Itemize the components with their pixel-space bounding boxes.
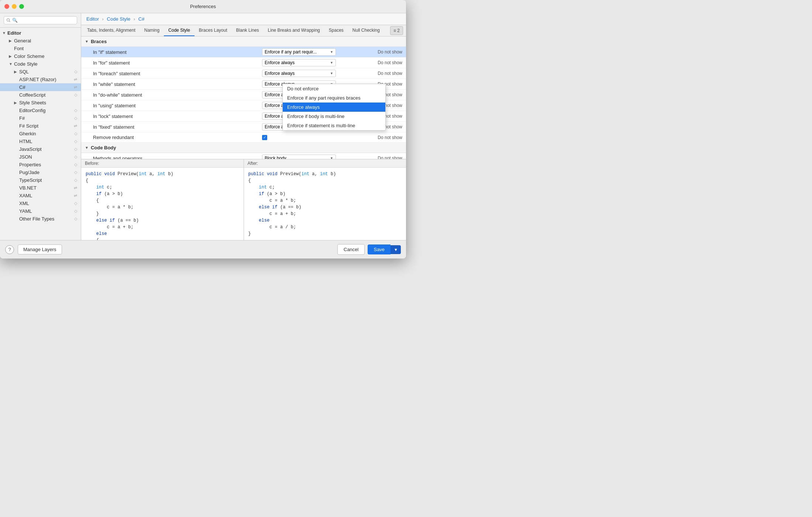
foreach-statement-dropdown[interactable]: Enforce always ▼ — [262, 70, 336, 77]
manage-layers-button[interactable]: Manage Layers — [18, 244, 62, 254]
sidebar-item-fsharp[interactable]: F# ◇ — [0, 114, 81, 122]
for-statement-dropdown[interactable]: Enforce always ▼ — [262, 59, 336, 66]
methods-dropdown[interactable]: Block body ▼ — [262, 155, 336, 159]
tab-tabs-indents[interactable]: Tabs, Indents, Alignment — [83, 25, 140, 36]
sidebar-item-html[interactable]: HTML ◇ — [0, 138, 81, 145]
sidebar-item-style-sheets[interactable]: ▶ Style Sheets — [0, 99, 81, 107]
row-methods-operators: Methods and operators Block body ▼ Do no… — [81, 153, 406, 159]
sidebar-item-editorconfig[interactable]: EditorConfig ◇ — [0, 107, 81, 114]
if-dropdown-arrow: ▼ — [330, 50, 333, 54]
row-if-statement: In "if" statement Enforce if any part re… — [81, 47, 406, 58]
foreach-statement-label: In "foreach" statement — [93, 71, 262, 76]
code-body-arrow: ▼ — [85, 146, 89, 150]
cancel-button[interactable]: Cancel — [337, 244, 365, 255]
sidebar-item-csharp[interactable]: C# ⇌ — [0, 83, 81, 91]
row-for-statement: In "for" statement Enforce always ▼ Do n… — [81, 58, 406, 68]
section-braces-label: Braces — [91, 39, 107, 44]
sidebar-item-label: CoffeeScript — [19, 92, 45, 98]
foreach-arrow: ▼ — [330, 72, 333, 75]
if-statement-dropdown[interactable]: Enforce if any part requir... ▼ — [262, 48, 336, 56]
sidebar-item-fsharp-script[interactable]: F# Script ⇌ — [0, 122, 81, 130]
tab-line-breaks[interactable]: Line Breaks and Wrapping — [264, 25, 324, 36]
sidebar-item-label: JSON — [19, 154, 32, 160]
sidebar-item-typescript[interactable]: TypeScript ◇ — [0, 176, 81, 184]
tab-braces-layout[interactable]: Braces Layout — [195, 25, 232, 36]
search-input[interactable] — [4, 16, 77, 24]
sidebar-item-other[interactable]: Other File Types ◇ — [0, 215, 81, 223]
titlebar: Preferences — [0, 0, 406, 13]
gherkin-icon: ◇ — [74, 131, 77, 136]
tabs-more-button[interactable]: ≡ 2 — [390, 26, 403, 35]
before-code: public void Preview(int a, int b) { int … — [81, 168, 244, 240]
sidebar-item-label: Color Scheme — [14, 53, 44, 59]
sidebar: ▼ Editor ▶ General Font ▶ Color Scheme ▼… — [0, 13, 81, 240]
sidebar-item-font[interactable]: Font — [0, 45, 81, 52]
before-panel: Before: public void Preview(int a, int b… — [81, 159, 244, 240]
sidebar-item-label: Editor — [7, 30, 21, 36]
dropdown-option-enforce-body-multiline[interactable]: Enforce if body is multi-line — [283, 112, 385, 121]
content-area: Editor › Code Style › C# Tabs, Indents, … — [81, 13, 406, 240]
save-button[interactable]: Save — [368, 244, 390, 254]
breadcrumb-editor[interactable]: Editor — [86, 16, 99, 22]
for-statement-label: In "for" statement — [93, 60, 262, 66]
sql-arrow: ▶ — [14, 70, 19, 74]
sidebar-item-label: XAML — [19, 193, 32, 198]
section-braces-header[interactable]: ▼ Braces — [81, 37, 406, 47]
sidebar-item-pug-jade[interactable]: Pug/Jade ◇ — [0, 169, 81, 176]
sidebar-item-label: JavaScript — [19, 146, 42, 152]
sidebar-item-coffeescript[interactable]: CoffeeScript ◇ — [0, 91, 81, 99]
html-icon: ◇ — [74, 139, 77, 144]
foreach-statement-control: Enforce always ▼ — [262, 70, 343, 77]
sidebar-item-code-style[interactable]: ▼ Code Style — [0, 60, 81, 68]
section-code-body-header[interactable]: ▼ Code Body — [81, 143, 406, 153]
sidebar-item-yaml[interactable]: YAML ◇ — [0, 207, 81, 215]
sidebar-item-json[interactable]: JSON ◇ — [0, 153, 81, 161]
sidebar-item-properties[interactable]: Properties ◇ — [0, 161, 81, 169]
for-dropdown-arrow: ▼ — [330, 61, 333, 65]
help-button[interactable]: ? — [5, 245, 14, 254]
remove-redundant-checkbox[interactable]: ✓ — [262, 135, 267, 140]
bottom-bar: ? Manage Layers Cancel Save ▼ — [0, 240, 406, 258]
remove-redundant-control: ✓ — [262, 135, 343, 140]
maximize-button[interactable] — [19, 4, 24, 9]
if-statement-control: Enforce if any part requir... ▼ — [262, 48, 343, 56]
sidebar-item-label: Other File Types — [19, 216, 54, 222]
window-controls — [4, 4, 24, 9]
minimize-button[interactable] — [12, 4, 17, 9]
sidebar-item-editor[interactable]: ▼ Editor — [0, 29, 81, 37]
dropdown-option-enforce-always[interactable]: Enforce always — [283, 103, 385, 112]
sidebar-item-aspnet[interactable]: ASP.NET (Razor) ⇌ — [0, 76, 81, 83]
tab-spaces[interactable]: Spaces — [324, 25, 348, 36]
code-style-arrow: ▼ — [9, 62, 14, 66]
sidebar-item-javascript[interactable]: JavaScript ◇ — [0, 145, 81, 153]
dropdown-option-do-not-enforce[interactable]: Do not enforce — [283, 84, 385, 93]
tab-code-style[interactable]: Code Style — [164, 25, 195, 36]
preview-area: Before: public void Preview(int a, int b… — [81, 159, 406, 240]
lock-label: In "lock" statement — [93, 114, 262, 119]
json-icon: ◇ — [74, 155, 77, 159]
sidebar-item-label: General — [14, 38, 31, 44]
sidebar-item-xaml[interactable]: XAML ⇌ — [0, 192, 81, 199]
sidebar-item-vbnet[interactable]: VB.NET ⇌ — [0, 184, 81, 192]
sidebar-item-xml[interactable]: XML ◇ — [0, 199, 81, 207]
main-layout: ▼ Editor ▶ General Font ▶ Color Scheme ▼… — [0, 13, 406, 240]
sidebar-item-label: C# — [19, 84, 25, 90]
sidebar-item-label: TypeScript — [19, 177, 42, 183]
xaml-icon: ⇌ — [74, 193, 77, 198]
tab-null-checking[interactable]: Null Checking — [348, 25, 384, 36]
fixed-label: In "fixed" statement — [93, 124, 262, 130]
dropdown-option-enforce-any-part[interactable]: Enforce if any part requires braces — [283, 93, 385, 103]
after-label: After: — [244, 159, 406, 168]
dropdown-option-enforce-stmt-multiline[interactable]: Enforce if statement is multi-line — [283, 121, 385, 130]
sidebar-item-label: F# Script — [19, 123, 38, 129]
breadcrumb-code-style[interactable]: Code Style — [107, 16, 131, 22]
sidebar-item-general[interactable]: ▶ General — [0, 37, 81, 45]
sidebar-item-color-scheme[interactable]: ▶ Color Scheme — [0, 52, 81, 60]
tab-blank-lines[interactable]: Blank Lines — [232, 25, 264, 36]
breadcrumb: Editor › Code Style › C# — [81, 13, 406, 25]
sidebar-item-sql[interactable]: ▶ SQL ◇ — [0, 68, 81, 76]
save-dropdown-arrow[interactable]: ▼ — [390, 245, 401, 254]
tab-naming[interactable]: Naming — [140, 25, 164, 36]
close-button[interactable] — [4, 4, 9, 9]
sidebar-item-gherkin[interactable]: Gherkin ◇ — [0, 130, 81, 138]
